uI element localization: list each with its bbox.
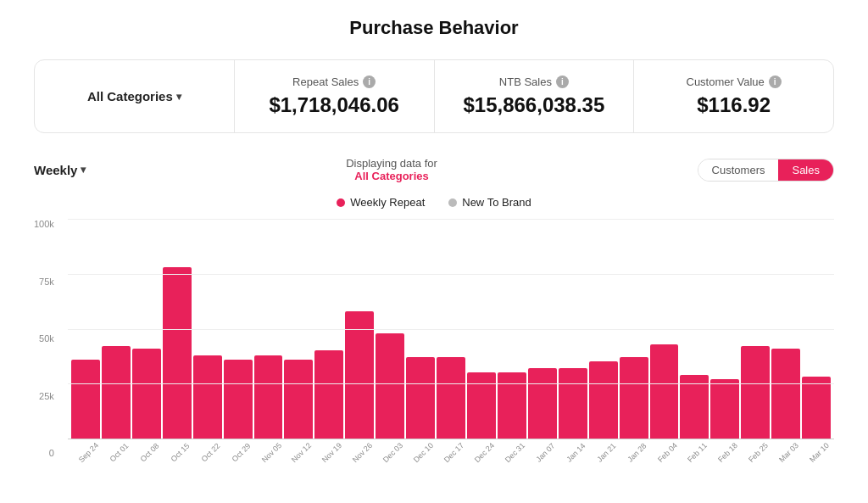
all-categories-label: All Categories ▾ — [87, 89, 181, 103]
legend-weekly-repeat: Weekly Repeat — [337, 196, 425, 209]
x-axis-label: Oct 15 — [167, 439, 193, 466]
weekly-repeat-label: Weekly Repeat — [350, 196, 425, 209]
grid-line-75k — [68, 274, 834, 275]
chart-area: 100k75k50k25k0 Sep 24Oct 01Oct 08Oct 15O… — [34, 219, 834, 483]
x-axis-label: Dec 17 — [441, 439, 467, 466]
chart-inner — [68, 219, 834, 439]
x-axis-label: Dec 24 — [471, 439, 498, 466]
x-axis-labels: Sep 24Oct 01Oct 08Oct 15Oct 22Oct 29Nov … — [68, 443, 834, 458]
x-axis-label: Dec 10 — [410, 439, 437, 466]
y-axis-labels: 100k75k50k25k0 — [34, 219, 59, 458]
x-axis-label: Jan 14 — [563, 439, 589, 466]
customer-value-value: $116.92 — [654, 93, 813, 117]
repeat-sales-value: $1,718,046.06 — [255, 93, 414, 117]
x-axis-label: Dec 03 — [380, 439, 406, 466]
x-axis-label: Jan 21 — [593, 439, 620, 466]
category-highlight-text: All Categories — [346, 170, 437, 182]
new-to-brand-label: New To Brand — [462, 196, 531, 209]
customer-value-info-icon[interactable]: i — [769, 75, 782, 88]
y-axis-label: 100k — [34, 219, 54, 229]
x-axis-label: Mar 03 — [776, 439, 802, 466]
x-axis-label: Nov 19 — [319, 439, 345, 466]
x-axis-label: Dec 31 — [502, 439, 528, 466]
top-cards-container: All Categories ▾ Repeat Sales i $1,718,0… — [34, 59, 834, 133]
x-axis-label: Jan 07 — [532, 439, 559, 466]
data-display-info: Displaying data for All Categories — [346, 157, 437, 182]
chart-legend: Weekly Repeat New To Brand — [34, 196, 834, 209]
x-axis-label: Jan 28 — [624, 439, 650, 466]
controls-row: Weekly ▾ Displaying data for All Categor… — [34, 157, 834, 182]
customer-value-card: Customer Value i $116.92 — [634, 60, 833, 132]
repeat-sales-info-icon[interactable]: i — [363, 75, 376, 88]
x-axis-label: Mar 10 — [806, 439, 832, 466]
y-axis-label: 50k — [39, 333, 54, 344]
grid-line-25k — [68, 383, 834, 384]
weekly-label-text: Weekly — [34, 163, 77, 177]
customers-sales-toggle[interactable]: Customers Sales — [698, 159, 834, 182]
x-axis-label: Nov 12 — [288, 439, 314, 466]
x-axis-label: Oct 22 — [198, 439, 224, 466]
x-axis-label: Oct 29 — [228, 439, 254, 466]
y-axis-label: 25k — [39, 391, 54, 401]
y-axis-label: 0 — [49, 448, 54, 458]
ntb-sales-label: NTB Sales — [499, 75, 552, 88]
grid-line-100k — [68, 219, 834, 220]
ntb-sales-value: $15,866,038.35 — [455, 93, 614, 117]
ntb-sales-card: NTB Sales i $15,866,038.35 — [435, 60, 635, 132]
x-axis-label: Feb 11 — [684, 439, 710, 466]
weekly-chevron-icon: ▾ — [81, 164, 86, 176]
page-title: Purchase Behavior — [34, 17, 834, 39]
weekly-repeat-dot — [337, 198, 345, 207]
customers-toggle-button[interactable]: Customers — [698, 159, 779, 181]
x-axis-label: Oct 01 — [106, 439, 132, 466]
chart-grid-lines — [68, 219, 834, 439]
ntb-sales-info-icon[interactable]: i — [556, 75, 569, 88]
y-axis-label: 75k — [39, 277, 54, 287]
weekly-filter[interactable]: Weekly ▾ — [34, 163, 86, 177]
customer-value-label: Customer Value — [687, 75, 765, 88]
x-axis-label: Oct 08 — [136, 439, 163, 466]
sales-toggle-button[interactable]: Sales — [778, 159, 833, 181]
legend-new-to-brand: New To Brand — [448, 196, 531, 209]
x-axis-label: Feb 04 — [654, 439, 680, 466]
grid-line-50k — [68, 329, 834, 330]
x-axis-label: Feb 25 — [745, 439, 771, 466]
x-axis-label: Nov 05 — [258, 439, 284, 466]
repeat-sales-label: Repeat Sales — [292, 75, 359, 88]
displaying-text: Displaying data for — [346, 157, 437, 170]
category-filter-card[interactable]: All Categories ▾ — [35, 60, 235, 132]
new-to-brand-dot — [448, 198, 457, 207]
repeat-sales-card: Repeat Sales i $1,718,046.06 — [235, 60, 435, 132]
x-axis-label: Feb 18 — [715, 439, 741, 466]
x-axis-label: Sep 24 — [75, 439, 102, 466]
chevron-icon: ▾ — [176, 91, 181, 103]
x-axis-label: Nov 26 — [349, 439, 376, 466]
